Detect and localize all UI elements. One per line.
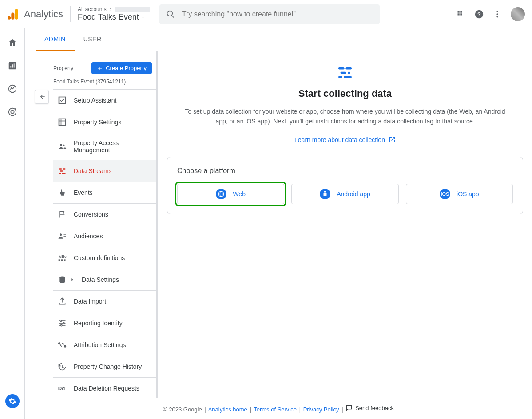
svg-point-13 (496, 13, 498, 15)
svg-rect-16 (10, 66, 11, 68)
svg-rect-57 (341, 72, 347, 74)
create-property-button[interactable]: Create Property (91, 62, 152, 74)
rail-advertising-icon[interactable] (7, 107, 18, 117)
property-menu: Setup Assistant Property Settings Proper… (53, 90, 156, 419)
footer-feedback[interactable]: Send feedback (345, 404, 394, 411)
svg-rect-6 (460, 11, 462, 12)
svg-rect-18 (13, 63, 14, 67)
ios-icon: iOS (440, 189, 450, 199)
svg-point-12 (496, 11, 498, 12)
feedback-icon (345, 404, 353, 411)
property-id-label: Food Talks Event (379541211) (53, 79, 156, 90)
learn-more-link[interactable]: Learn more about data collection (294, 136, 385, 143)
menu-change-history[interactable]: Property Change History (53, 356, 156, 378)
check-box-icon (58, 96, 67, 105)
svg-point-51 (64, 346, 66, 347)
svg-rect-24 (59, 119, 66, 126)
custom-definitions-icon: ABc (58, 253, 67, 262)
svg-rect-17 (12, 64, 13, 67)
svg-point-28 (63, 144, 64, 146)
svg-text:Dd: Dd (58, 385, 65, 391)
svg-rect-9 (460, 13, 462, 15)
menu-audiences[interactable]: Audiences (53, 225, 156, 247)
menu-events[interactable]: Events (53, 182, 156, 204)
svg-rect-31 (60, 170, 63, 172)
tab-admin[interactable]: ADMIN (36, 28, 75, 51)
platform-android-button[interactable]: Android app (291, 184, 398, 204)
svg-rect-30 (63, 168, 66, 170)
upload-icon (58, 297, 67, 306)
more-icon[interactable] (493, 10, 502, 19)
svg-point-49 (61, 324, 62, 326)
menu-attribution-settings[interactable]: Attribution Settings (53, 334, 156, 356)
user-avatar[interactable] (511, 7, 525, 21)
layout-icon (58, 118, 67, 126)
svg-point-47 (60, 320, 61, 321)
svg-rect-29 (59, 168, 62, 170)
svg-rect-58 (348, 72, 350, 74)
menu-data-settings[interactable]: Data Settings (53, 269, 156, 291)
header-right: ? (457, 7, 525, 21)
svg-rect-40 (59, 259, 60, 261)
open-in-new-icon (389, 136, 396, 143)
svg-rect-36 (64, 236, 66, 237)
data-streams-icon (58, 166, 67, 175)
search-input[interactable] (182, 10, 373, 18)
footer-privacy[interactable]: Privacy Policy (303, 406, 339, 413)
svg-text:B: B (61, 254, 64, 259)
menu-setup-assistant[interactable]: Setup Assistant (53, 90, 156, 111)
svg-rect-55 (338, 67, 345, 70)
chevron-right-icon (108, 7, 113, 12)
menu-property-access[interactable]: Property Access Management (53, 133, 156, 160)
menu-data-import[interactable]: Data Import (53, 291, 156, 312)
svg-text:c: c (64, 254, 67, 259)
svg-point-3 (167, 11, 172, 16)
platform-web-button[interactable]: Web (177, 184, 284, 204)
menu-property-settings[interactable]: Property Settings (53, 111, 156, 133)
chevron-right-icon (70, 277, 75, 282)
svg-rect-60 (344, 76, 352, 79)
flag-icon (58, 210, 67, 219)
rail-explore-icon[interactable] (7, 83, 18, 94)
svg-text:A: A (59, 254, 61, 259)
svg-point-34 (60, 233, 62, 236)
menu-reporting-identity[interactable]: Reporting Identity (53, 312, 156, 334)
rail-admin-gear-icon[interactable] (5, 394, 20, 408)
footer-terms[interactable]: Terms of Service (254, 406, 297, 413)
panel-description: To set up data collection for your websi… (181, 107, 509, 126)
arrow-left-icon (38, 93, 46, 101)
all-accounts-label: All accounts (78, 6, 107, 12)
app-name: Analytics (24, 8, 63, 20)
svg-rect-32 (59, 173, 61, 174)
help-icon[interactable]: ? (474, 9, 484, 19)
menu-data-deletion[interactable]: DdData Deletion Requests (53, 378, 156, 399)
search-icon (166, 10, 175, 19)
rail-home-icon[interactable] (7, 37, 18, 48)
svg-rect-35 (64, 234, 66, 235)
menu-custom-definitions[interactable]: ABcCustom definitions (53, 247, 156, 269)
redacted-account (115, 7, 150, 12)
svg-rect-59 (338, 76, 342, 79)
dropdown-icon (141, 15, 145, 20)
menu-data-streams[interactable]: Data Streams (53, 160, 156, 182)
svg-point-27 (60, 144, 62, 146)
account-selector[interactable]: All accounts Food Talks Event (78, 6, 150, 22)
platform-ios-button[interactable]: iOS iOS app (406, 184, 513, 204)
apps-icon[interactable] (457, 10, 465, 19)
dd-icon: Dd (58, 384, 67, 393)
rail-reports-icon[interactable] (7, 60, 18, 71)
back-button[interactable] (35, 90, 49, 104)
plus-icon (97, 65, 103, 71)
audiences-icon (58, 232, 67, 241)
svg-text:?: ? (477, 11, 481, 17)
footer-analytics-home[interactable]: Analytics home (208, 406, 247, 413)
menu-conversions[interactable]: Conversions (53, 204, 156, 225)
property-column: Property Create Property Food Talks Even… (25, 51, 158, 419)
choose-platform-label: Choose a platform (177, 167, 513, 175)
tab-user[interactable]: USER (75, 28, 111, 51)
attribution-icon (58, 340, 67, 349)
header-divider (70, 6, 71, 22)
search-box[interactable] (159, 4, 380, 24)
svg-point-14 (496, 16, 498, 17)
web-icon (216, 189, 226, 199)
